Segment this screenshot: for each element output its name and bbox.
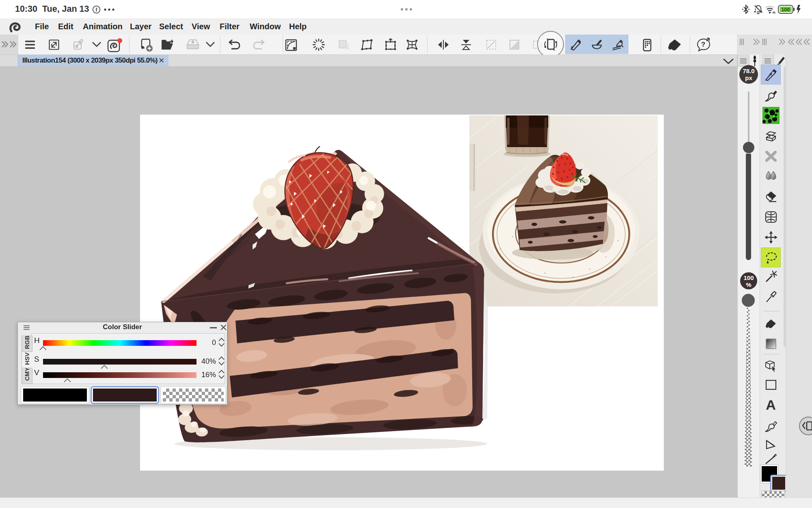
svg-text:?: ? xyxy=(701,41,705,48)
svg-text:100: 100 xyxy=(781,7,790,13)
svg-text:f: f xyxy=(95,7,97,13)
